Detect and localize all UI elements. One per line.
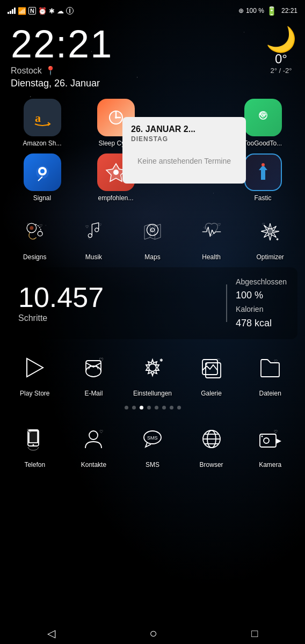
svg-point-37 [205,363,207,365]
app-camera[interactable]: ♡ Kamera [243,420,297,469]
app-health[interactable]: ♡ ♡ Health [185,213,238,261]
svg-marker-54 [276,438,281,444]
bottom-apps-row: 📞 Telefon ♡ Kontakte [0,416,305,473]
home-button[interactable]: ○ [139,623,168,644]
app-sms[interactable]: SMS SMS [126,420,179,469]
svg-text:♡: ♡ [99,357,104,363]
steps-calories: 478 kcal [236,316,287,331]
svg-text:♡: ♡ [262,222,265,226]
app-signal[interactable]: Signal [16,153,69,202]
maps-label: Maps [144,253,160,261]
email-label: E-Mail [84,390,103,397]
page-dot-6[interactable] [170,406,173,409]
camera-label: Kamera [259,461,281,469]
recents-button[interactable]: □ [241,624,268,643]
svg-text:✱: ✱ [277,237,279,241]
svg-text:📞: 📞 [27,428,32,433]
maps-icon: G [134,213,171,250]
playstore-icon [16,349,54,386]
svg-text:♡: ♡ [27,222,30,226]
status-time: 22:21 [281,7,297,14]
camera-icon: ♡ [251,420,289,458]
app-maps[interactable]: G Maps [126,213,179,261]
svg-point-57 [262,436,263,437]
app-einstellungen[interactable]: ✱ Einstellungen [126,349,179,397]
designs-icon: ♡ ♡ [16,213,54,250]
designs-label: Designs [23,253,46,261]
fastic-icon [244,153,282,191]
svg-point-14 [38,231,42,236]
svg-point-55 [264,438,269,443]
app-designs[interactable]: ♡ ♡ Designs [8,213,62,261]
toogood-label: TooGoodTo... [244,140,282,147]
page-dot-2[interactable] [140,406,143,409]
svg-rect-41 [29,431,38,443]
svg-point-27 [267,229,273,235]
calendar-empty-message: Keine anstehenden Termine [131,151,237,176]
weather-moon-icon: 🌙 [266,27,296,52]
rotation-icon: ⊕ [238,7,244,14]
app-optimizer[interactable]: ♡ ✱ Optimizer [243,213,297,261]
galerie-icon: ♡ [193,349,230,386]
svg-marker-30 [27,358,43,377]
dateien-icon: ♡ [251,349,289,386]
steps-cal-label: Kalorien [236,303,287,315]
phone-label: Telefon [24,461,45,469]
app-row-3: ♡ ♡ Designs ♡ ♡ ♡ Musik [0,210,305,265]
wifi-icon: 📶 [18,7,26,15]
app-dateien[interactable]: ♡ Dateien [243,349,297,397]
calendar-date: 26. JANUAR 2... [131,125,237,134]
sms-label: SMS [146,461,159,469]
app-contacts[interactable]: ♡ Kontakte [67,420,120,469]
svg-point-18 [95,228,99,232]
signal-app-icon [24,153,61,191]
sms-icon: SMS [134,420,171,458]
phone-icon: 📞 [16,420,54,458]
calendar-popup: 26. JANUAR 2... DIENSTAG Keine anstehend… [122,117,246,184]
page-dot-5[interactable] [162,406,166,409]
svg-text:✱: ✱ [159,358,163,363]
app-amazon[interactable]: a Amazon Sh... [16,99,69,147]
svg-point-44 [89,431,98,440]
page-dot-7[interactable] [177,406,181,409]
location-pin-icon: 📍 [45,65,56,76]
page-dot-1[interactable] [132,406,136,409]
browser-label: Browser [200,461,223,469]
app-musik[interactable]: ♡ ♡ ♡ Musik [67,213,120,261]
playstore-label: Play Store [20,390,49,397]
app-email[interactable]: ♡ E-Mail [67,349,120,397]
svg-point-9 [113,170,119,175]
cloud-icon: ☁ [57,7,64,15]
status-bar: 📶 N ⏰ ✱ ☁ I ⊕ 100 % 🔋 22:21 [0,0,305,19]
svg-text:♡: ♡ [216,358,220,363]
optimizer-label: Optimizer [257,253,284,261]
nfc-icon: N [28,7,36,14]
steps-count: 10.457 [18,283,217,311]
navigation-bar: ◁ ○ □ [0,623,305,644]
app-phone[interactable]: 📞 Telefon [8,420,62,469]
location-text: Rostock [11,66,42,76]
svg-text:G: G [150,229,153,232]
signal-label: Signal [33,194,51,202]
steps-right: Abgeschlossen 100 % Kalorien 478 kcal [236,276,287,331]
svg-point-42 [32,444,34,446]
time-section: 22:21 Rostock 📍 Dienstag, 26. Januar [0,19,305,91]
app-browser[interactable]: Browser [185,420,238,469]
status-left: 📶 N ⏰ ✱ ☁ I [8,7,74,15]
app-galerie[interactable]: ♡ Galerie [185,349,238,397]
back-button[interactable]: ◁ [37,624,66,643]
page-dot-3[interactable] [147,406,151,409]
svg-marker-10 [259,165,267,180]
health-icon: ♡ ♡ [193,213,230,250]
app-playstore[interactable]: Play Store [8,349,62,397]
einstellungen-icon: ✱ [134,349,171,386]
svg-text:♡: ♡ [261,112,267,119]
contacts-icon: ♡ [75,420,112,458]
svg-text:♡: ♡ [204,226,206,230]
svg-point-13 [30,226,33,230]
weather-widget: 🌙 0° 2° / -2° [266,27,296,75]
signal-icon [8,8,16,14]
steps-divider [226,284,227,322]
page-dot-0[interactable] [125,406,128,409]
page-dot-4[interactable] [155,406,158,409]
